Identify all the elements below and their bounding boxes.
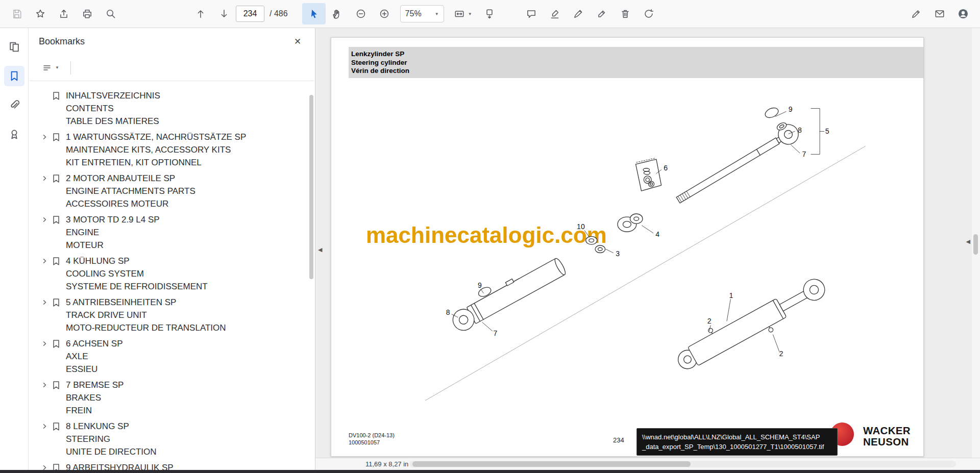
vertical-divider	[70, 61, 71, 74]
bookmarks-scrollbar-thumb[interactable]	[309, 95, 313, 279]
comment-button[interactable]	[520, 3, 543, 24]
bookmarks-options-bar: ▼	[30, 55, 314, 81]
bookmark-item-cooling-system[interactable]: 4 KÜHLUNG SP COOLING SYSTEM SYSTEME DE R…	[40, 255, 315, 293]
horizontal-scrollbar[interactable]	[409, 461, 956, 467]
bookmarks-panel: Bookmarks ✕ ▼ INHALTSVERZEICHNIS CONTENT…	[29, 28, 315, 470]
wacker-neuson-wordmark: WACKER NEUSON	[863, 425, 911, 447]
zoom-in-button[interactable]	[373, 3, 396, 24]
delete-button[interactable]	[614, 3, 637, 24]
bookmark-line: UNITE DE DIRECTION	[66, 445, 157, 458]
share-upload-icon	[58, 8, 69, 19]
previous-page-button[interactable]	[189, 3, 212, 24]
brand-line: WACKER	[863, 425, 911, 436]
title-en: Steering cylinder	[351, 59, 923, 67]
attachments-button[interactable]	[4, 95, 24, 115]
rotate-button[interactable]	[637, 3, 660, 24]
callout-label: 7	[802, 150, 806, 158]
printer-icon	[82, 8, 93, 19]
chevron-right-icon[interactable]	[40, 461, 48, 470]
star-button[interactable]	[29, 3, 52, 24]
edit-pdf-button[interactable]	[590, 3, 614, 24]
scroll-mode-button[interactable]	[478, 3, 501, 24]
bookmark-icon	[8, 70, 20, 82]
expand-tools-handle[interactable]: ◀	[966, 238, 970, 245]
bookmark-ribbon-icon	[52, 213, 61, 226]
sign-button[interactable]	[567, 3, 590, 24]
next-page-button[interactable]	[212, 3, 236, 24]
search-button[interactable]	[99, 3, 122, 24]
page-total-label: / 486	[270, 9, 288, 18]
print-button[interactable]	[76, 3, 99, 24]
trash-icon	[620, 8, 631, 19]
pen-icon	[911, 8, 922, 19]
hand-icon	[332, 8, 343, 19]
paperclip-icon	[8, 99, 20, 111]
bookmark-line: STEERING	[66, 433, 157, 445]
bookmark-line: KIT ENTRETIEN, KIT OPTIONNEL	[66, 156, 246, 169]
vertical-scrollbar-thumb[interactable]	[973, 234, 978, 255]
fit-width-icon	[454, 8, 465, 19]
fit-width-button[interactable]: ▼	[448, 3, 478, 24]
zoom-out-button[interactable]	[349, 3, 373, 24]
hand-tool-button[interactable]	[326, 3, 349, 24]
document-number: 1000501057	[349, 439, 395, 446]
page-thumbnails-button[interactable]	[4, 37, 24, 57]
email-button[interactable]	[928, 3, 951, 24]
callout-label: 5	[825, 127, 829, 135]
bookmarks-panel-title: Bookmarks	[39, 36, 85, 47]
bookmark-line: TRACK DRIVE UNIT	[66, 309, 226, 321]
chevron-down-icon: ▼	[55, 65, 59, 70]
zoom-level-dropdown[interactable]: 75% ▼	[400, 5, 444, 22]
cursor-icon	[308, 8, 320, 19]
bookmark-line: FREIN	[66, 404, 124, 417]
chevron-right-icon[interactable]	[40, 296, 48, 309]
bookmark-item-track-drive[interactable]: 5 ANTRIEBSEINHEITEN SP TRACK DRIVE UNIT …	[40, 296, 315, 334]
bookmark-item-brakes[interactable]: 7 BREMSE SP BRAKES FREIN	[40, 379, 315, 417]
zoom-in-icon	[379, 8, 390, 19]
washer-and-nut	[586, 236, 605, 253]
horizontal-scrollbar-thumb[interactable]	[412, 461, 691, 467]
chevron-right-icon[interactable]	[40, 379, 48, 391]
chevron-right-icon[interactable]	[40, 255, 48, 267]
page-thumbnails-icon	[8, 41, 20, 53]
collapse-panel-handle[interactable]: ◀	[318, 246, 322, 253]
bookmark-item-work-hydraulics[interactable]: 9 ARBEITSHYDRAULIK SP	[40, 461, 315, 470]
bookmark-ribbon-icon	[52, 255, 61, 267]
bookmark-line: ENGINE	[66, 226, 160, 239]
bookmark-ribbon-icon	[52, 379, 61, 391]
pencil-edit-icon	[596, 8, 607, 19]
bookmark-item-engine[interactable]: 3 MOTOR TD 2.9 L4 SP ENGINE MOTEUR	[40, 213, 315, 252]
bookmark-line: COOLING SYSTEM	[66, 267, 208, 280]
bookmark-item-axle[interactable]: 6 ACHSEN SP AXLE ESSIEU	[40, 337, 315, 376]
close-panel-button[interactable]: ✕	[290, 34, 305, 48]
chevron-spacer	[40, 89, 48, 102]
page-number-input[interactable]	[236, 6, 264, 22]
vertical-scrollbar[interactable]	[972, 28, 980, 458]
callout-label: 8	[798, 126, 802, 134]
fill-sign-button[interactable]	[904, 3, 928, 24]
bookmarks-panel-button[interactable]	[4, 66, 24, 86]
bookmark-ribbon-icon	[52, 172, 61, 185]
bookmark-item-steering[interactable]: 8 LENKUNG SP STEERING UNITE DE DIRECTION	[40, 420, 315, 458]
signatures-button[interactable]	[4, 124, 24, 144]
chevron-right-icon[interactable]	[40, 337, 48, 350]
save-button[interactable]	[5, 3, 29, 24]
chevron-right-icon[interactable]	[40, 420, 48, 433]
tooltip-path-line: _data_export_SP_Temp\130_1000501277_T1\1…	[642, 442, 832, 452]
account-button[interactable]	[951, 3, 975, 24]
bookmark-line: MOTO-REDUCTEUR DE TRANSLATION	[66, 321, 226, 334]
document-viewport[interactable]: ◀ ◀ machinecatalogic.com	[315, 28, 972, 458]
bookmark-item-contents[interactable]: INHALTSVERZEICHNIS CONTENTS TABLE DES MA…	[40, 89, 315, 128]
bookmark-line: 6 ACHSEN SP	[66, 337, 123, 350]
bookmark-item-engine-attachments[interactable]: 2 MOTOR ANBAUTEILE SP ENGINE ATTACHMENTS…	[40, 172, 315, 210]
chevron-right-icon[interactable]	[40, 213, 48, 226]
select-tool-button[interactable]	[302, 3, 326, 24]
bookmark-item-maintenance-kits[interactable]: 1 WARTUNGSSÄTZE, NACHRÜSTSÄTZE SP MAINTE…	[40, 131, 315, 169]
bookmarks-options-button[interactable]: ▼	[39, 61, 62, 75]
highlight-button[interactable]	[543, 3, 567, 24]
chevron-right-icon[interactable]	[40, 131, 48, 143]
chevron-right-icon[interactable]	[40, 172, 48, 185]
share-button[interactable]	[52, 3, 76, 24]
arrow-down-icon	[218, 8, 230, 19]
arrow-up-icon	[195, 8, 206, 19]
